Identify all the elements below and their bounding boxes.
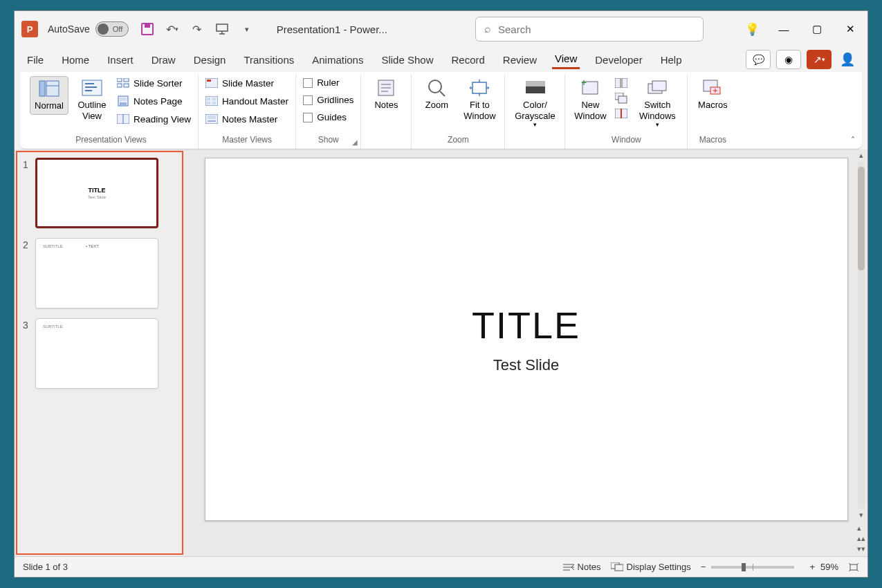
slide-thumbnail-3[interactable]: SUBTITLE [35, 318, 158, 389]
svg-rect-21 [207, 80, 211, 82]
notes-page-button[interactable]: Notes Page [116, 94, 192, 108]
quick-access-toolbar: ↶ ▾ ↷ ▾ [138, 20, 256, 38]
svg-rect-25 [207, 102, 210, 104]
slide-sorter-button[interactable]: Slide Sorter [116, 76, 192, 90]
svg-rect-4 [46, 81, 59, 96]
close-button[interactable]: ✕ [840, 19, 861, 39]
svg-rect-48 [652, 81, 666, 91]
group-presentation-views: Normal Outline View Slide Sorter Notes P… [24, 75, 199, 149]
fit-slide-button[interactable] [848, 562, 859, 572]
arrange-all-button[interactable] [614, 76, 629, 90]
normal-view-button[interactable]: Normal [30, 76, 68, 115]
window-controls: — ▢ ✕ [773, 19, 861, 39]
tab-developer[interactable]: Developer [592, 51, 645, 68]
gridlines-checkbox[interactable]: Gridlines [302, 93, 355, 107]
tab-view[interactable]: View [552, 50, 580, 69]
minimize-button[interactable]: — [773, 19, 794, 39]
tab-transitions[interactable]: Transitions [241, 51, 297, 68]
new-window-button[interactable]: + New Window [571, 76, 609, 124]
status-bar: Slide 1 of 3 Notes Display Settings − + … [15, 556, 867, 577]
vertical-scrollbar[interactable]: ▴ ▾ ▴ ▴▴ ▾▾ [855, 149, 867, 556]
tab-help[interactable]: Help [658, 51, 685, 68]
zoom-out-button[interactable]: − [701, 562, 706, 572]
ruler-checkbox[interactable]: Ruler [302, 76, 355, 89]
tab-review[interactable]: Review [500, 51, 540, 68]
search-box[interactable]: ⌕ [475, 17, 704, 42]
zoom-percentage[interactable]: 59% [820, 562, 838, 572]
cascade-button[interactable] [614, 91, 629, 105]
scroll-down-icon[interactable]: ▾ [858, 509, 865, 521]
collapse-ribbon-icon[interactable]: ˄ [851, 136, 855, 145]
share-button[interactable]: ↗ ▾ [807, 50, 832, 69]
powerpoint-icon: P [21, 21, 38, 37]
ribbon: Normal Outline View Slide Sorter Notes P… [20, 72, 862, 149]
tips-icon[interactable]: 💡 [745, 22, 760, 37]
autosave-toggle[interactable]: AutoSave Off [48, 21, 129, 37]
slide-thumbnail-1[interactable]: TITLE Test Slide [35, 158, 158, 228]
qat-customize-button[interactable]: ▾ [238, 20, 256, 38]
notes-master-button[interactable]: Notes Master [204, 112, 290, 126]
zoom-in-button[interactable]: + [809, 562, 815, 572]
comments-button[interactable]: 💬 [746, 50, 771, 69]
save-button[interactable] [138, 20, 156, 38]
zoom-slider[interactable] [711, 566, 794, 569]
group-window: + New Window Switch Windows▾ Window [565, 75, 688, 149]
tab-record[interactable]: Record [448, 51, 487, 68]
search-icon: ⌕ [484, 23, 491, 35]
svg-rect-38 [526, 86, 545, 93]
color-grayscale-button[interactable]: Color/ Grayscale▾ [511, 76, 559, 131]
svg-rect-36 [472, 82, 486, 93]
thumbnail-row: 1 TITLE Test Slide [23, 158, 176, 228]
reading-view-button[interactable]: Reading View [116, 112, 192, 126]
tab-draw[interactable]: Draw [149, 51, 178, 68]
slide-counter[interactable]: Slide 1 of 3 [23, 562, 68, 572]
thumbnail-row: 2 SUBTITLE • TEXT [23, 238, 176, 309]
fit-to-window-button[interactable]: Fit to Window [460, 76, 499, 124]
display-settings-button[interactable]: Display Settings [611, 562, 691, 572]
tab-insert[interactable]: Insert [104, 51, 136, 68]
undo-button[interactable]: ↶ ▾ [163, 20, 181, 38]
svg-rect-56 [850, 564, 857, 570]
next-slide-double-icon[interactable]: ▾▾ [857, 544, 865, 553]
svg-rect-12 [117, 84, 122, 87]
slide-thumbnail-2[interactable]: SUBTITLE • TEXT [35, 238, 158, 309]
show-launcher-icon[interactable]: ◢ [352, 138, 358, 146]
maximize-button[interactable]: ▢ [807, 19, 827, 39]
zoom-button[interactable]: Zoom [417, 76, 456, 113]
search-input[interactable] [498, 24, 695, 35]
macros-button[interactable]: Macros [693, 76, 732, 113]
tab-animations[interactable]: Animations [309, 51, 366, 68]
slide-master-button[interactable]: Slide Master [204, 76, 290, 90]
svg-rect-24 [212, 98, 216, 100]
switch-windows-button[interactable]: Switch Windows▾ [633, 76, 681, 131]
guides-checkbox[interactable]: Guides [302, 111, 355, 124]
group-macros: Macros Macros [688, 75, 737, 149]
account-icon[interactable]: 👤 [837, 49, 858, 70]
notes-button[interactable]: Notes [367, 76, 405, 113]
svg-rect-37 [526, 81, 545, 86]
outline-view-button[interactable]: Outline View [73, 76, 111, 124]
redo-button[interactable]: ↷ [188, 20, 206, 38]
prev-slide-icon[interactable]: ▴ [857, 524, 865, 533]
app-window: P AutoSave Off ↶ ▾ ↷ ▾ Presentation1 - P… [14, 10, 868, 578]
ribbon-tabs: File Home Insert Draw Design Transitions… [15, 47, 867, 72]
tab-home[interactable]: Home [59, 51, 92, 68]
camera-button[interactable]: ◉ [776, 50, 801, 69]
tab-file[interactable]: File [24, 51, 46, 68]
move-split-button[interactable] [614, 107, 629, 120]
tab-slide-show[interactable]: Slide Show [378, 51, 436, 68]
svg-line-35 [440, 91, 445, 96]
current-slide[interactable]: TITLE Test Slide [205, 158, 848, 521]
notes-toggle[interactable]: Notes [563, 562, 601, 572]
handout-master-button[interactable]: Handout Master [204, 94, 290, 108]
scroll-up-icon[interactable]: ▴ [858, 149, 865, 161]
svg-rect-0 [217, 24, 228, 31]
present-button[interactable] [213, 20, 231, 38]
prev-slide-double-icon[interactable]: ▴▴ [857, 534, 865, 543]
group-zoom: Zoom Fit to Window Zoom [412, 75, 505, 149]
workspace: 1 TITLE Test Slide 2 SUBTITLE • TEXT 3 S… [15, 149, 867, 556]
slide-subtitle: Test Slide [493, 356, 559, 374]
svg-rect-26 [212, 102, 216, 104]
tab-design[interactable]: Design [191, 51, 229, 68]
group-master-views: Slide Master Handout Master Notes Master… [199, 75, 296, 149]
